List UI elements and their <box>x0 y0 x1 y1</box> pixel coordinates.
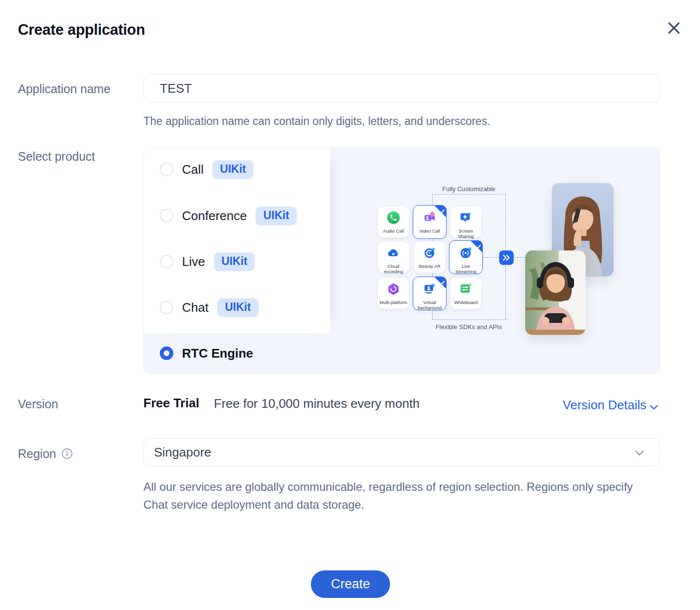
check-icon <box>439 207 445 216</box>
feature-label: Cloud recording <box>379 263 408 275</box>
radio-conference[interactable] <box>160 209 173 222</box>
check-icon <box>476 242 481 251</box>
product-option-conference[interactable]: Conference UIKit <box>160 206 297 225</box>
version-details-label: Version Details <box>563 398 646 413</box>
uikit-badge: UIKit <box>212 160 254 179</box>
version-plan: Free Trial <box>143 396 199 411</box>
option-label: Live <box>182 254 205 269</box>
uikit-badge: UIKit <box>255 207 297 225</box>
check-icon <box>439 278 445 287</box>
option-label: RTC Engine <box>182 346 253 361</box>
illustration-bottom-caption: Flexible SDKs and APIs <box>406 323 532 331</box>
create-button[interactable]: Create <box>311 570 390 598</box>
uikit-badge: UIKit <box>214 252 255 271</box>
application-name-helper: The application name can contain only di… <box>143 115 490 128</box>
feature-card-video-call: Video Call <box>413 205 447 239</box>
version-details-link[interactable]: Version Details <box>563 396 658 414</box>
feature-label: Beauty AR <box>415 263 444 269</box>
cloud-recording-icon <box>387 246 400 262</box>
radio-chat[interactable] <box>160 301 173 314</box>
product-option-call[interactable]: Call UIKit <box>160 160 253 179</box>
uikit-badge: UIKit <box>217 298 259 317</box>
feature-card-multi-platform: Multi-platform <box>378 278 409 309</box>
video-call-icon <box>423 211 436 226</box>
version-label: Version <box>18 397 58 411</box>
feature-card-whiteboard: Whiteboard <box>450 278 481 309</box>
product-option-rtc-engine[interactable]: RTC Engine <box>160 344 253 363</box>
radio-rtc-engine-selected[interactable] <box>160 347 173 360</box>
application-name-input[interactable] <box>143 74 660 102</box>
illustration-top-caption: Fully Customizable <box>406 185 532 193</box>
feature-card-cloud-recording: Cloud recording <box>378 242 409 273</box>
radio-call[interactable] <box>160 163 173 176</box>
feature-label: Live Streaming <box>451 263 480 275</box>
feature-label: Audio Call <box>379 228 408 234</box>
feature-card-beauty-ar: Beauty AR <box>414 242 445 273</box>
feature-card-audio-call: Audio Call <box>378 207 409 237</box>
forward-arrows-icon <box>499 250 514 265</box>
region-label: Region <box>18 447 56 461</box>
virtual-background-icon <box>423 282 436 298</box>
product-panel: Call UIKit Conference UIKit Live UIKit C… <box>143 147 660 374</box>
application-name-label: Application name <box>18 82 111 96</box>
region-selected-value: Singapore <box>154 445 211 460</box>
region-label-group: Region <box>18 446 73 461</box>
feature-card-screen-sharing: Screen Sharing <box>450 207 481 237</box>
feature-label: Virtual background <box>415 300 444 311</box>
option-label: Call <box>182 162 204 177</box>
version-description: Free for 10,000 minutes every month <box>214 396 420 411</box>
whiteboard-icon <box>459 282 473 298</box>
feature-label: Whiteboard <box>451 300 480 305</box>
product-option-chat[interactable]: Chat UIKit <box>160 298 259 317</box>
region-select[interactable]: Singapore <box>143 438 660 466</box>
feature-card-live-streaming: Live Streaming <box>449 240 483 274</box>
option-label: Conference <box>182 208 247 223</box>
photo-kid-with-gamepad <box>525 250 586 335</box>
chevron-down-icon <box>650 399 658 414</box>
radio-live[interactable] <box>160 255 173 268</box>
multi-platform-icon <box>387 282 400 298</box>
feature-card-virtual-background: Virtual background <box>413 277 447 310</box>
audio-call-icon <box>387 211 400 226</box>
close-icon <box>666 20 682 38</box>
info-icon[interactable] <box>61 448 73 461</box>
screen-sharing-icon <box>459 211 473 226</box>
beauty-ar-icon <box>423 246 436 262</box>
product-option-live[interactable]: Live UIKit <box>160 252 255 271</box>
live-streaming-icon <box>459 246 473 262</box>
region-helper: All our services are globally communicab… <box>143 478 645 513</box>
option-label: Chat <box>182 300 209 315</box>
feature-label: Screen Sharing <box>451 228 480 239</box>
page-title: Create application <box>18 21 145 39</box>
select-product-label: Select product <box>18 150 95 164</box>
close-button[interactable] <box>664 19 684 39</box>
feature-label: Video Call <box>415 228 444 234</box>
feature-label: Multi-platform <box>379 300 408 305</box>
